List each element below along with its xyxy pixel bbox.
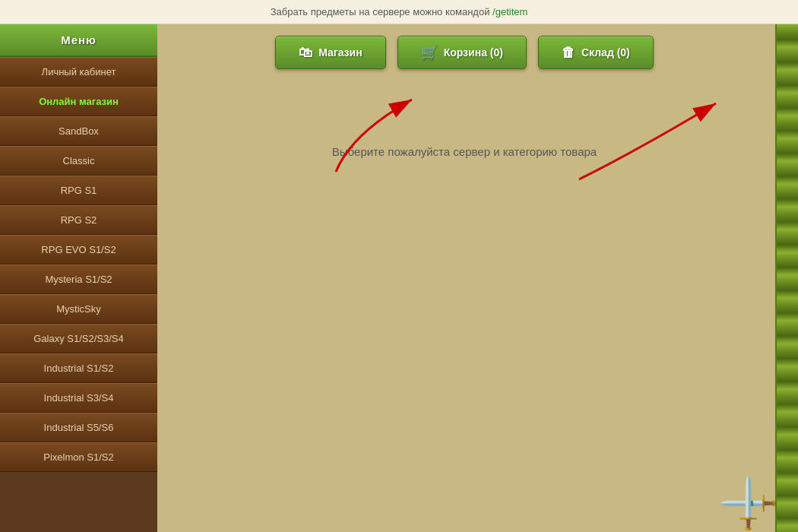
sidebar-item-rpg-s1[interactable]: RPG S1 [0,176,157,205]
main-layout: Меню Личный кабинетОнлайн магазинSandBox… [0,24,798,532]
sidebar-item-industrial-s5s6[interactable]: Industrial S5/S6 [0,413,157,442]
cart-icon: 🛒 [421,44,438,61]
sidebar-item-mysteria-s1s2[interactable]: Mysteria S1/S2 [0,264,157,294]
sidebar-item-sandbox[interactable]: SandBox [0,116,157,146]
content-area: 🛍 Магазин 🛒 Корзина (0) 🗑 Склад (0) [157,24,798,532]
warehouse-button[interactable]: 🗑 Склад (0) [538,36,654,69]
shop-button[interactable]: 🛍 Магазин [275,36,385,69]
sidebar-item-industrial-s1s2[interactable]: Industrial S1/S2 [0,353,157,383]
shop-button-label: Магазин [318,46,362,59]
top-buttons: 🛍 Магазин 🛒 Корзина (0) 🗑 Склад (0) [169,36,760,69]
sidebar-menu-title: Меню [0,24,157,57]
getitem-link[interactable]: /getitem [492,6,527,17]
select-message: Выберите пожалуйста сервер и категорию т… [332,145,597,158]
sidebar-item-mysticsky[interactable]: MysticSky [0,294,157,324]
sidebar-item-industrial-s3s4[interactable]: Industrial S3/S4 [0,383,157,413]
cart-button[interactable]: 🛒 Корзина (0) [397,36,527,69]
sidebar-item-classic[interactable]: Classic [0,146,157,176]
sidebar-item-pixelmon-s1s2[interactable]: Pixelmon S1/S2 [0,442,157,472]
sidebar-item-online-shop[interactable]: Онлайн магазин [0,87,157,116]
shop-icon: 🛍 [299,45,312,61]
texture-strip [775,24,798,532]
message-area: Выберите пожалуйста сервер и категорию т… [169,92,760,521]
sidebar-item-rpg-s2[interactable]: RPG S2 [0,205,157,235]
notification-bar: Забрать предметы на сервере можно команд… [0,0,798,24]
warehouse-button-label: Склад (0) [581,46,630,59]
notification-text: Забрать предметы на сервере можно команд… [271,6,492,17]
warehouse-icon: 🗑 [562,45,575,61]
sidebar: Меню Личный кабинетОнлайн магазинSandBox… [0,24,157,532]
right-panel: 🛍 Магазин 🛒 Корзина (0) 🗑 Склад (0) [157,24,798,532]
sidebar-item-personal-cabinet[interactable]: Личный кабинет [0,57,157,87]
arrow-to-cart [290,88,458,187]
sidebar-item-galaxy-s1s2s3s4[interactable]: Galaxy S1/S2/S3/S4 [0,324,157,353]
cart-button-label: Корзина (0) [444,46,503,59]
sidebar-item-rpg-evo-s1s2[interactable]: RPG EVO S1/S2 [0,235,157,264]
